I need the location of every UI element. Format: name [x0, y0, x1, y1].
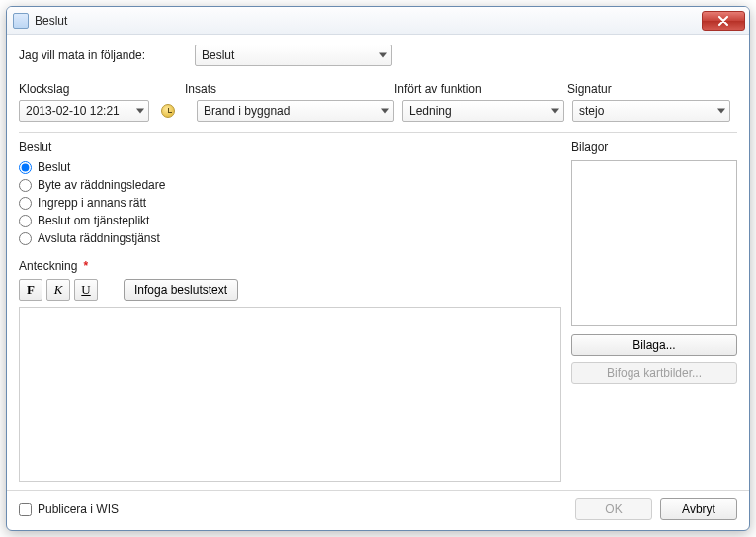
entry-type-value: Beslut	[202, 48, 234, 62]
right-column: Bilagor Bilaga... Bifoga kartbilder...	[571, 140, 737, 482]
publish-wis-label: Publicera i WIS	[38, 502, 119, 516]
chevron-down-icon	[381, 109, 389, 114]
radio-input[interactable]	[19, 161, 32, 174]
bold-button[interactable]: F	[19, 279, 42, 301]
field-labels-row: Klockslag Insats Infört av funktion Sign…	[19, 82, 737, 96]
cancel-button[interactable]: Avbryt	[660, 498, 737, 520]
radio-beslut[interactable]: Beslut	[19, 160, 561, 174]
radio-label: Ingrepp i annans rätt	[38, 196, 146, 210]
entry-type-select[interactable]: Beslut	[195, 45, 392, 66]
clock-icon[interactable]	[161, 104, 175, 118]
fields-row: 2013-02-10 12:21 Brand i byggnad Ledning…	[19, 100, 737, 122]
divider	[19, 132, 737, 133]
signatur-select[interactable]: stejo	[572, 100, 730, 122]
footer: Publicera i WIS OK Avbryt	[7, 490, 749, 530]
content-area: Jag vill mata in följande: Beslut Klocks…	[7, 35, 749, 490]
radio-input[interactable]	[19, 232, 32, 245]
klockslag-label: Klockslag	[19, 82, 185, 96]
radio-input[interactable]	[19, 197, 32, 210]
ok-button: OK	[575, 498, 652, 520]
anteckning-textarea[interactable]	[19, 307, 561, 482]
radio-ingrepp[interactable]: Ingrepp i annans rätt	[19, 196, 561, 210]
left-column: Beslut Beslut Byte av räddningsledare In…	[19, 140, 561, 482]
dialog-window: Beslut Jag vill mata in följande: Beslut…	[6, 6, 750, 531]
publish-wis-checkbox[interactable]: Publicera i WIS	[19, 502, 119, 516]
radio-input[interactable]	[19, 179, 32, 192]
format-toolbar: F K U Infoga beslutstext	[19, 279, 561, 301]
radio-label: Avsluta räddningstjänst	[38, 231, 160, 245]
insert-text-button[interactable]: Infoga beslutstext	[124, 279, 238, 301]
radio-label: Beslut om tjänsteplikt	[38, 214, 149, 227]
beslut-radio-group: Beslut Byte av räddningsledare Ingrepp i…	[19, 160, 561, 245]
titlebar: Beslut	[7, 7, 749, 35]
radio-avsluta[interactable]: Avsluta räddningstjänst	[19, 231, 561, 245]
underline-button[interactable]: U	[74, 279, 98, 301]
anteckning-label-row: Anteckning *	[19, 259, 561, 273]
window-title: Beslut	[35, 14, 702, 28]
infort-value: Ledning	[409, 104, 452, 118]
italic-button[interactable]: K	[46, 279, 70, 301]
body-columns: Beslut Beslut Byte av räddningsledare In…	[19, 140, 737, 482]
anteckning-label: Anteckning	[19, 259, 77, 273]
entry-type-label: Jag vill mata in följande:	[19, 48, 187, 62]
checkbox-input[interactable]	[19, 503, 32, 516]
insats-value: Brand i byggnad	[204, 104, 290, 118]
radio-label: Beslut	[38, 160, 70, 174]
chevron-down-icon	[717, 109, 725, 114]
close-button[interactable]	[702, 11, 745, 31]
radio-input[interactable]	[19, 215, 32, 227]
radio-tjansteplikt[interactable]: Beslut om tjänsteplikt	[19, 214, 561, 227]
close-icon	[717, 16, 729, 26]
radio-label: Byte av räddningsledare	[38, 178, 165, 192]
insats-label: Insats	[185, 82, 394, 96]
bilaga-button[interactable]: Bilaga...	[571, 334, 737, 356]
klockslag-select[interactable]: 2013-02-10 12:21	[19, 100, 149, 122]
bifoga-kartbilder-button: Bifoga kartbilder...	[571, 362, 737, 384]
chevron-down-icon	[136, 109, 144, 114]
infort-label: Infört av funktion	[394, 82, 567, 96]
klockslag-value: 2013-02-10 12:21	[26, 104, 120, 118]
chevron-down-icon	[379, 53, 387, 58]
signatur-label: Signatur	[567, 82, 737, 96]
chevron-down-icon	[551, 109, 559, 114]
infort-select[interactable]: Ledning	[402, 100, 564, 122]
bilagor-title: Bilagor	[571, 140, 737, 154]
radio-byte[interactable]: Byte av räddningsledare	[19, 178, 561, 192]
entry-type-row: Jag vill mata in följande: Beslut	[19, 45, 737, 66]
bilagor-list[interactable]	[571, 160, 737, 326]
beslut-group-title: Beslut	[19, 140, 561, 154]
insats-select[interactable]: Brand i byggnad	[197, 100, 394, 122]
required-mark: *	[83, 259, 88, 273]
signatur-value: stejo	[579, 104, 604, 118]
app-icon	[13, 13, 29, 29]
